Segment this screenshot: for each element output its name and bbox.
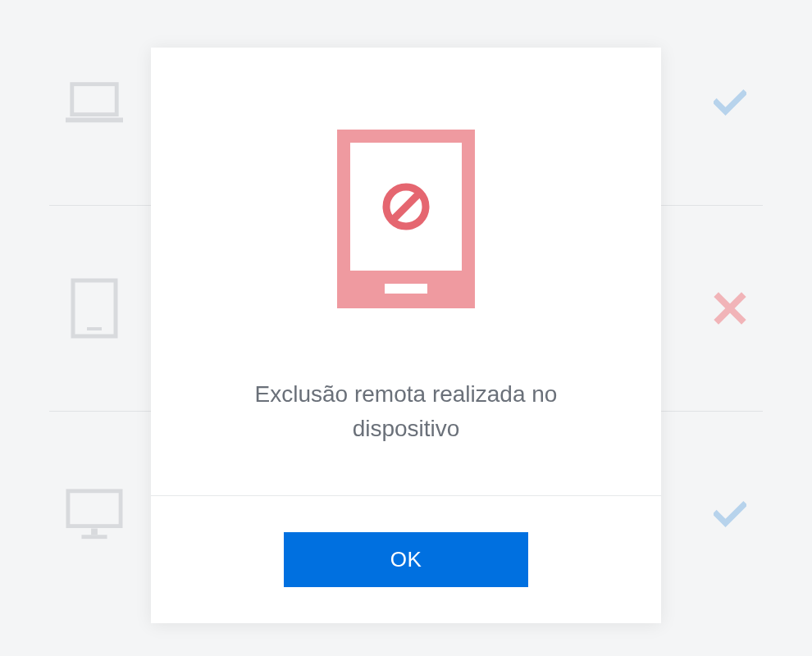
modal-message: Exclusão remota realizada no dispositivo: [234, 377, 578, 446]
desktop-icon: [66, 494, 123, 535]
laptop-icon: [66, 82, 123, 123]
cross-icon: [714, 292, 746, 325]
svg-rect-5: [91, 529, 98, 535]
remote-wipe-modal: Exclusão remota realizada no dispositivo…: [151, 48, 661, 623]
svg-rect-4: [68, 491, 121, 526]
svg-rect-3: [87, 327, 102, 330]
wiped-device-icon: [337, 130, 475, 312]
ok-button[interactable]: OK: [284, 532, 528, 587]
svg-rect-9: [385, 284, 427, 294]
svg-rect-1: [66, 117, 123, 122]
modal-footer: OK: [151, 496, 661, 623]
svg-rect-6: [81, 535, 107, 539]
checkmark-icon: [714, 86, 746, 119]
tablet-icon: [66, 288, 123, 329]
modal-body: Exclusão remota realizada no dispositivo: [151, 48, 661, 496]
svg-rect-0: [72, 84, 116, 115]
checkmark-icon: [714, 498, 746, 531]
